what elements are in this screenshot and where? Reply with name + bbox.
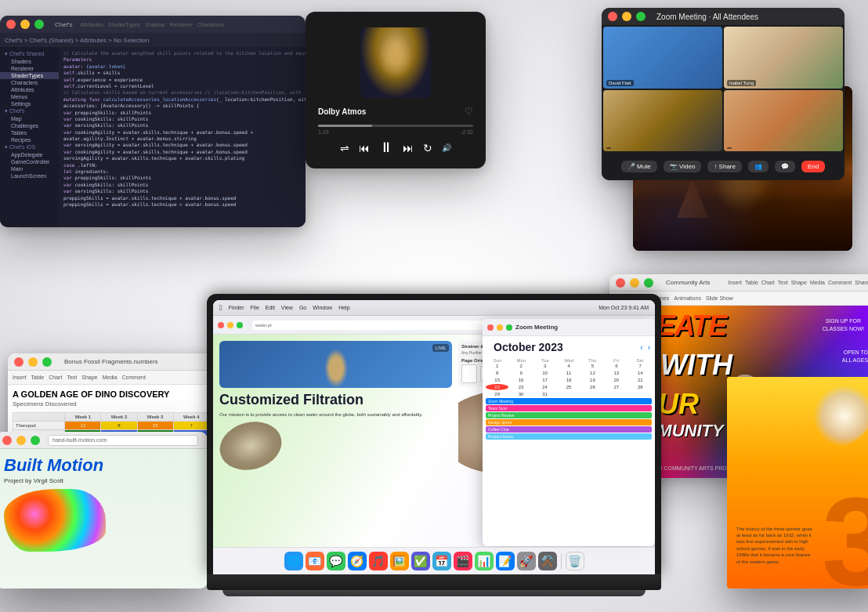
keynote-close-button[interactable] [616, 278, 625, 288]
keynote-menu-insert[interactable]: Insert [728, 280, 742, 285]
menu-edit[interactable]: Edit [266, 305, 275, 310]
cal-day-19[interactable]: 19 [581, 377, 604, 383]
zoom-mute-button[interactable]: 🎤 Mute [621, 161, 657, 172]
cal-day-7[interactable]: 7 [629, 363, 652, 369]
xcode-editor[interactable]: // Calculate the avatar weighted skill p… [59, 47, 306, 227]
safari-tl-green[interactable] [237, 322, 243, 328]
zoom-participants-button[interactable]: 👥 [748, 161, 769, 172]
keynote-menu-media[interactable]: Media [810, 280, 825, 285]
numbers-menu-comment[interactable]: Comment [122, 375, 146, 380]
xcode-tab-attributes[interactable]: Attributes [80, 22, 103, 27]
safari-tl-yellow[interactable] [227, 322, 233, 328]
music-volume-icon[interactable]: 🔊 [442, 143, 451, 152]
dock-safari-icon[interactable]: 🧭 [348, 552, 367, 570]
zoom-chat-button[interactable]: 💬 [775, 161, 795, 172]
cal-day-9[interactable]: 9 [509, 370, 532, 376]
cal-maximize[interactable] [506, 324, 512, 331]
sidebar-item-map[interactable]: Map [0, 115, 59, 122]
zoom-end-button[interactable]: End [801, 161, 825, 172]
cal-day-2[interactable]: 2 [509, 363, 532, 369]
cal-day-4[interactable]: 4 [557, 363, 580, 369]
orientation-portrait[interactable] [461, 364, 477, 383]
dock-xcode-icon[interactable]: ⚒️ [538, 552, 557, 570]
safari-tl-red[interactable] [218, 322, 224, 328]
keynote-menu-text[interactable]: Text [778, 280, 788, 285]
cal-day-25[interactable]: 25 [557, 384, 580, 390]
menu-help[interactable]: Help [338, 305, 349, 310]
cal-day-31[interactable]: 31 [533, 391, 556, 397]
cal-day-6[interactable]: 6 [605, 363, 627, 369]
dock-photos-icon[interactable]: 🖼️ [390, 552, 409, 570]
sidebar-item-chefs-ios[interactable]: ▾ Chef's iOS [0, 143, 59, 151]
music-heart-icon[interactable]: ♡ [465, 106, 473, 117]
dock-calendar-icon[interactable]: 📅 [432, 552, 451, 570]
cal-day-11[interactable]: 11 [557, 370, 580, 376]
minimize-button[interactable] [20, 20, 30, 29]
cal-day-10[interactable]: 10 [533, 370, 556, 376]
dock-messages-icon[interactable]: 💬 [327, 552, 345, 570]
cal-day-14[interactable]: 14 [629, 370, 652, 376]
numbers-menu-insert[interactable]: Insert [13, 375, 27, 380]
sidebar-item-gamecontroller[interactable]: GameController [0, 158, 59, 165]
zoom-minimize-button[interactable] [622, 12, 631, 21]
cal-day-1[interactable]: 1 [486, 363, 508, 369]
numbers-maximize-button[interactable] [42, 357, 52, 367]
dock-reminders-icon[interactable]: ✅ [411, 552, 430, 570]
sidebar-item-shaders[interactable]: Shaders [0, 58, 59, 65]
safari-maximize-button[interactable] [31, 436, 40, 445]
cal-day-8[interactable]: 8 [486, 370, 508, 376]
cal-day-23[interactable]: 23 [509, 384, 532, 390]
keynote-menu-shape[interactable]: Shape [791, 280, 807, 285]
sidebar-item-tables[interactable]: Tables [0, 129, 59, 136]
music-progress-bar[interactable] [318, 125, 473, 127]
cal-day-5[interactable]: 5 [581, 363, 604, 369]
cal-day-12[interactable]: 12 [581, 370, 604, 376]
dock-keynote-icon[interactable]: 🎬 [454, 552, 472, 570]
cal-day-15[interactable]: 15 [486, 377, 508, 383]
cal-day-30[interactable]: 30 [509, 391, 532, 397]
cal-prev-button[interactable]: ‹ [640, 343, 642, 352]
menu-window[interactable]: Window [313, 305, 332, 310]
keynote-menu-share[interactable]: Share [855, 280, 868, 285]
dock-pages-icon[interactable]: 📝 [496, 552, 515, 570]
sidebar-item-launchscreen[interactable]: LaunchScreen [0, 172, 59, 179]
dock-mail-icon[interactable]: 📧 [306, 552, 324, 570]
cal-day-29[interactable]: 29 [486, 391, 508, 397]
maximize-button[interactable] [34, 20, 44, 29]
close-button[interactable] [6, 20, 16, 29]
dock-finder-icon[interactable]: 🌐 [284, 552, 303, 570]
cal-close[interactable] [487, 324, 494, 331]
music-shuffle-button[interactable]: ⇌ [340, 142, 349, 154]
cal-day-13[interactable]: 13 [605, 370, 627, 376]
keynote-toolbar-slide-show[interactable]: Slide Show [706, 295, 733, 301]
xcode-tab-shadertypes[interactable]: ShaderTypes [108, 22, 140, 27]
music-next-button[interactable]: ⏭ [403, 142, 414, 154]
zoom-share-button[interactable]: ↑ Share [707, 161, 742, 172]
safari-minimize-button[interactable] [16, 436, 26, 445]
sidebar-item-attributes[interactable]: Attributes [0, 86, 59, 93]
cal-day-3[interactable]: 3 [533, 363, 556, 369]
cal-day-27[interactable]: 27 [605, 384, 627, 390]
cal-day-21[interactable]: 21 [629, 377, 652, 383]
cal-day-17[interactable]: 17 [533, 377, 556, 383]
dock-trash-icon[interactable]: 🗑️ [566, 552, 584, 570]
numbers-close-button[interactable] [14, 357, 24, 367]
menu-file[interactable]: File [251, 305, 259, 310]
numbers-minimize-button[interactable] [28, 357, 38, 367]
sidebar-item-appdelegate[interactable]: AppDelegate [0, 151, 59, 158]
music-play-button[interactable]: ⏸ [379, 139, 393, 156]
menu-view[interactable]: View [281, 305, 293, 310]
zoom-video-button[interactable]: 📷 Video [664, 161, 702, 172]
music-prev-button[interactable]: ⏮ [359, 142, 370, 154]
zoom-maximize-button[interactable] [636, 12, 646, 21]
cal-day-28[interactable]: 28 [629, 384, 652, 390]
safari-close-button[interactable] [2, 436, 12, 445]
sidebar-item-recipes[interactable]: Recipes [0, 136, 59, 143]
sidebar-item-renderer[interactable]: Renderer [0, 65, 59, 72]
dock-launchpad-icon[interactable]: 🚀 [517, 552, 536, 570]
dock-numbers-icon[interactable]: 📊 [475, 552, 494, 570]
keynote-menu-comment[interactable]: Comment [828, 280, 852, 285]
numbers-menu-shape[interactable]: Shape [81, 375, 97, 380]
cal-day-22-today[interactable]: 22 [486, 384, 508, 390]
keynote-menu-chart[interactable]: Chart [761, 280, 775, 285]
